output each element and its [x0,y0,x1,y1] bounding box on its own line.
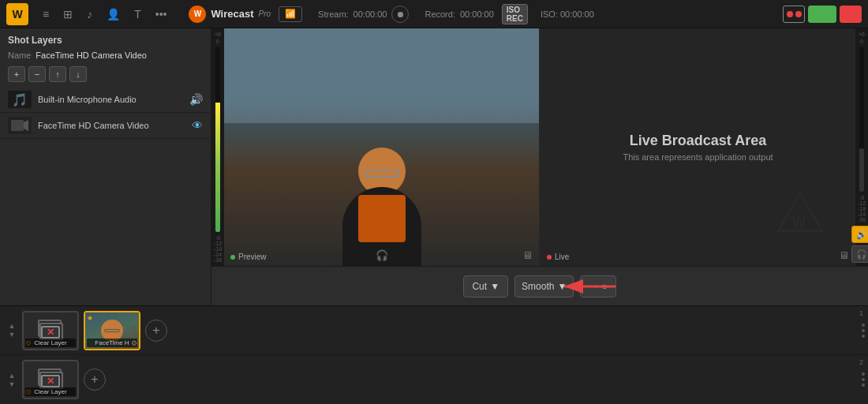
window-red-button[interactable] [840,6,862,23]
record-time: 00:00:00 [460,9,494,19]
dot-1 [862,324,865,327]
iso-time: ISO: 00:00:00 [541,9,594,19]
layer-expand-2[interactable]: ▲ ▼ [6,372,17,388]
mini-glasses [104,329,120,332]
layers-icon[interactable]: ≡ [43,8,49,21]
dot-red-2 [795,11,802,17]
video-thumb [8,117,32,134]
x-mark-2: ✕ [47,376,54,387]
dot-4 [862,372,865,376]
record-section: Record: 00:00:00 [425,9,493,19]
svg-marker-1 [24,120,28,131]
audio-thumb: 🎵 [8,91,32,108]
sliders-icon[interactable]: ⊞ [63,8,73,21]
layer-controls: + − ↑ ↓ [0,65,211,87]
wirecast-logo: W [189,6,206,23]
dot-5 [862,378,865,381]
add-shot-button-1[interactable]: + [145,320,167,342]
layer-front-2: ✕ [41,375,60,387]
video-layer-label: FaceTime HD Camera Video [38,121,185,130]
layer-number-2: 2 [859,358,863,366]
shot-layers-title: Shot Layers [0,28,211,49]
layer-front: ✕ [41,326,60,339]
pro-badge: Pro [259,9,271,18]
right-vu-buttons: 🔊 🎧 [851,226,868,263]
iso-badge[interactable]: ISOREC [502,4,528,24]
wirecast-brand: W Wirecast Pro [189,6,271,23]
text-icon[interactable]: T [134,8,141,21]
preview-green-dot [230,255,235,260]
previews-container: 🎧 Preview 🖥 Live Broadcast Area This are… [224,28,855,266]
cut-chevron: ▼ [490,281,499,292]
stream-time: 00:00:00 [354,9,387,19]
clear-layer-label-1: Clear Layer [25,339,76,347]
more-icon[interactable]: ••• [155,8,167,21]
expand-up-arrow-2: ▲ [9,372,16,380]
window-green-button[interactable] [808,6,836,23]
wifi-button[interactable]: 📶 [279,6,302,22]
move-down-button[interactable]: ↓ [69,66,87,82]
preview-live-row: +6 0 -6 -12 -18 -24 -36 [211,28,868,266]
wirecast-watermark: W [776,192,824,242]
add-layer-button[interactable]: + [8,66,25,82]
top-bar-left: W ≡ ⊞ ♪ 👤 T ••• W Wirecast Pro 📶 Stream:… [6,3,594,25]
person-silhouette [335,140,429,266]
live-text: Live [555,252,569,261]
expand-up-arrow-1: ▲ [9,322,16,330]
clear-layer-content-1: ✕ ⚙ Clear Layer [24,312,77,349]
window-dots-button[interactable] [783,6,805,23]
left-vu-meter: +6 0 -6 -12 -18 -24 -36 [211,28,224,266]
x-mark: ✕ [47,327,54,338]
clear-layer-shot-1[interactable]: ✕ ⚙ Clear Layer [22,311,79,350]
headphone-right-button[interactable]: 🎧 [851,245,868,263]
main-content: Shot Layers Name FaceTime HD Camera Vide… [0,28,868,305]
clear-layer-label-2: Clear Layer [25,387,76,396]
preview-headphone-icon[interactable]: 🎧 [376,249,388,261]
ceiling-bg [224,28,539,123]
dot-red [787,11,793,17]
dot-6 [862,383,865,387]
cut-button[interactable]: Cut ▼ [463,275,508,297]
layer-strip-1: ▲ ▼ ✕ ⚙ Clear Layer [0,306,868,355]
layer-row: ▲ ▼ ✕ ⚙ Clear Layer [0,306,868,404]
app-logo[interactable]: W [6,3,28,25]
add-shot-button-2[interactable]: + [84,368,106,391]
speaker-active-button[interactable]: 🔊 [851,226,868,243]
preview-pane: 🎧 Preview 🖥 [224,28,539,266]
layer-name-row: Name FaceTime HD Camera Video [0,49,211,65]
top-bar-right [783,6,862,23]
bottom-area: ▲ ▼ ✕ ⚙ Clear Layer [0,305,868,404]
dot-red-3 [847,11,854,17]
clear-layer-shot-2[interactable]: ✕ ⚙ Clear Layer [22,360,79,399]
layer-strip-2: ▲ ▼ ✕ ⚙ Clear Layer + [0,355,868,404]
audio-layer-label: Built-in Microphone Audio [38,95,183,104]
audio-icon[interactable]: ♪ [87,8,92,21]
center-area: +6 0 -6 -12 -18 -24 -36 [211,28,868,305]
live-monitor-icon[interactable]: 🖥 [839,249,849,261]
preview-monitor-icon[interactable]: 🖥 [522,249,533,261]
name-label: Name [8,50,31,60]
layer-number-1: 1 [859,309,863,317]
svg-text:W: W [792,214,806,230]
move-up-button[interactable]: ↑ [49,66,66,82]
remove-layer-button[interactable]: − [28,66,46,82]
person-icon[interactable]: 👤 [107,8,120,21]
stream-label: Stream: [318,9,349,19]
facetime-shot-thumb[interactable]: ★ FaceTime H ⚙ [84,311,140,350]
dot-2 [862,329,865,332]
layer-expand-1[interactable]: ▲ ▼ [6,322,17,339]
scroll-indicator-1 [862,324,865,338]
gear-icon-facetime[interactable]: ⚙ [131,339,137,347]
video-right-icon[interactable]: 👁 [192,119,203,132]
expand-down-arrow-1: ▼ [9,331,16,339]
smooth-label: Smooth [522,281,554,292]
layer-item-video[interactable]: FaceTime HD Camera Video 👁 [0,113,211,139]
live-broadcast-title: Live Broadcast Area [630,133,766,149]
transition-bar: Cut ▼ Smooth ▼ → ○ [211,266,868,305]
svg-rect-0 [11,120,24,131]
layer-item-audio[interactable]: 🎵 Built-in Microphone Audio 🔊 [0,87,211,113]
audio-right-icon[interactable]: 🔊 [189,93,203,106]
stream-button[interactable]: ⏺ [391,6,409,23]
preview-text: Preview [238,252,267,261]
right-vu-meter: +6 0 -6 -12 -18 -24 -36 🔊 🎧 [855,28,868,266]
